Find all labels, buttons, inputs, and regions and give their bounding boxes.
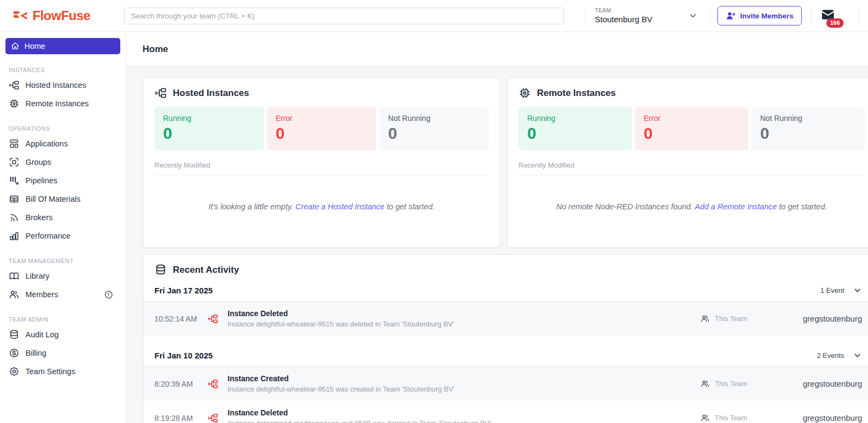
sidebar-item-applications[interactable]: Applications — [0, 134, 126, 153]
activity-group-toggle[interactable]: 2 Events — [817, 351, 862, 360]
billing-icon — [9, 348, 20, 358]
card-title: Recent Activity — [173, 265, 239, 275]
sidebar-item-label: Billing — [25, 349, 47, 357]
applications-icon — [9, 138, 20, 149]
team-name: Stoutenburg BV — [595, 15, 652, 24]
sidebar-item-hosted-instances[interactable]: Hosted Instances — [0, 76, 126, 94]
activity-database-icon — [154, 264, 167, 276]
sidebar-item-home[interactable]: Home — [5, 38, 120, 54]
activity-date: Fri Jan 10 2025 — [154, 351, 213, 360]
stat-label: Not Running — [760, 114, 856, 123]
event-title: Instance Deleted — [228, 309, 454, 318]
recently-modified-label: Recently Modified — [154, 161, 489, 175]
empty-text: to get started. — [779, 202, 827, 211]
sidebar-item-audit-log[interactable]: Audit Log — [0, 325, 126, 344]
sidebar-item-label: Bill Of Materials — [25, 195, 81, 203]
search-input[interactable] — [124, 8, 564, 24]
sidebar-item-members[interactable]: Members — [0, 285, 126, 304]
stat-label: Error — [276, 114, 368, 123]
sidebar-item-bill-of-materials[interactable]: Bill Of Materials — [0, 190, 126, 208]
activity-group: Fri Jan 17 2025 1 Event 10:52:14 AM Inst… — [144, 280, 868, 336]
team-scope-icon — [701, 314, 710, 323]
main-area: Home Hosted Instances Running 0 — [126, 32, 868, 423]
remote-instances-card: Remote Instances Running 0 Error 0 Not R… — [507, 78, 868, 248]
sidebar-item-label: Audit Log — [25, 330, 59, 339]
notification-count-badge: 166 — [826, 18, 844, 28]
event-time: 10:52:14 AM — [154, 315, 206, 323]
event-count: 1 Event — [820, 286, 844, 294]
sidebar-section-operations: OPERATIONS — [9, 125, 117, 132]
sidebar-item-groups[interactable]: Groups — [0, 153, 126, 171]
instance-cards-row: Hosted Instances Running 0 Error 0 Not R… — [143, 78, 868, 248]
empty-text: It's looking a little empty. — [209, 202, 293, 211]
card-title: Hosted Instances — [173, 88, 249, 99]
stat-value: 0 — [760, 124, 856, 142]
recently-modified-label: Recently Modified — [519, 161, 865, 175]
sidebar-item-label: Team Settings — [25, 367, 75, 376]
event-description: Instance delightful-wheatear-9515 was de… — [228, 320, 454, 328]
hosted-instances-card: Hosted Instances Running 0 Error 0 Not R… — [143, 78, 500, 248]
instance-event-icon — [208, 413, 218, 423]
sidebar-item-label: Groups — [25, 158, 51, 166]
sidebar-section-team-management: TEAM MANAGEMENT — [9, 258, 117, 264]
brokers-icon — [9, 212, 20, 223]
sidebar-item-library[interactable]: Library — [0, 267, 126, 285]
divider — [858, 9, 859, 23]
sidebar-item-team-settings[interactable]: Team Settings — [0, 362, 126, 381]
sidebar-item-performance[interactable]: Performance — [0, 227, 126, 245]
instance-event-icon — [208, 313, 218, 324]
hosted-instances-icon — [9, 80, 20, 91]
sidebar-item-brokers[interactable]: Brokers — [0, 208, 126, 227]
sidebar-item-pipelines[interactable]: Pipelines — [0, 171, 126, 190]
running-stat-tile: Running 0 — [154, 107, 264, 150]
page-header: Home — [126, 32, 868, 67]
content: Hosted Instances Running 0 Error 0 Not R… — [126, 67, 868, 423]
user-add-icon — [726, 11, 736, 21]
sidebar-section-team-admin: TEAM ADMIN — [9, 316, 117, 323]
sidebar-item-label: Remote Instances — [25, 99, 89, 108]
sidebar-item-remote-instances[interactable]: Remote Instances — [0, 94, 126, 113]
activity-group-header: Fri Jan 17 2025 1 Event — [144, 280, 868, 302]
activity-event-row: 10:52:14 AM Instance Deleted Instance de… — [144, 302, 868, 336]
create-hosted-instance-link[interactable]: Create a Hosted Instance — [295, 202, 384, 211]
invite-members-label: Invite Members — [740, 12, 793, 20]
event-description: Instance determined-mediterranean-gull-8… — [228, 419, 491, 423]
error-stat-tile: Error 0 — [267, 107, 377, 150]
activity-group-header: Fri Jan 10 2025 2 Events — [144, 345, 868, 367]
sidebar-item-label: Brokers — [25, 213, 53, 222]
notifications-button[interactable]: 166 — [820, 8, 837, 23]
chevron-down-icon — [853, 351, 862, 360]
chevron-down-icon — [853, 286, 862, 295]
team-selector[interactable]: TEAM: Stoutenburg BV — [595, 8, 698, 24]
sidebar-item-label: Hosted Instances — [25, 81, 86, 89]
topbar: FlowFuse TEAM: Stoutenburg BV Invite Mem… — [0, 0, 868, 32]
groups-icon — [9, 157, 20, 168]
activity-event-row: 8:19:28 AM Instance Deleted Instance det… — [144, 401, 868, 423]
flowfuse-brand[interactable]: FlowFuse — [0, 8, 124, 23]
activity-group: Fri Jan 10 2025 2 Events 8:20:39 AM Inst… — [144, 345, 868, 423]
instance-event-icon — [208, 379, 218, 389]
bill-of-materials-icon — [9, 194, 20, 204]
stat-label: Running — [527, 114, 623, 123]
empty-text: to get started. — [387, 202, 435, 211]
sidebar-item-billing[interactable]: Billing — [0, 344, 126, 362]
sidebar-item-label: Home — [24, 42, 46, 50]
not-running-stat-tile: Not Running 0 — [752, 107, 865, 150]
home-icon — [11, 42, 20, 50]
event-count: 2 Events — [817, 351, 844, 360]
card-title: Remote Instances — [537, 88, 616, 99]
sidebar: Home INSTANCES Hosted Instances Remote I… — [0, 32, 126, 423]
hosted-empty-state: It's looking a little empty. Create a Ho… — [154, 175, 489, 238]
invite-members-button[interactable]: Invite Members — [717, 6, 802, 25]
library-icon — [9, 271, 20, 281]
add-remote-instance-link[interactable]: Add a Remote Instance — [695, 202, 777, 211]
remote-stat-tiles: Running 0 Error 0 Not Running 0 — [519, 107, 865, 150]
activity-group-toggle[interactable]: 1 Event — [820, 286, 862, 295]
sidebar-item-label: Library — [25, 272, 49, 280]
event-title: Instance Created — [228, 374, 455, 383]
empty-text: No remote Node-RED Instances found. — [556, 202, 692, 211]
team-scope-icon — [701, 379, 710, 388]
event-user: gregstoutenburg — [747, 379, 862, 388]
page-title: Home — [142, 44, 168, 55]
running-stat-tile: Running 0 — [519, 107, 632, 150]
